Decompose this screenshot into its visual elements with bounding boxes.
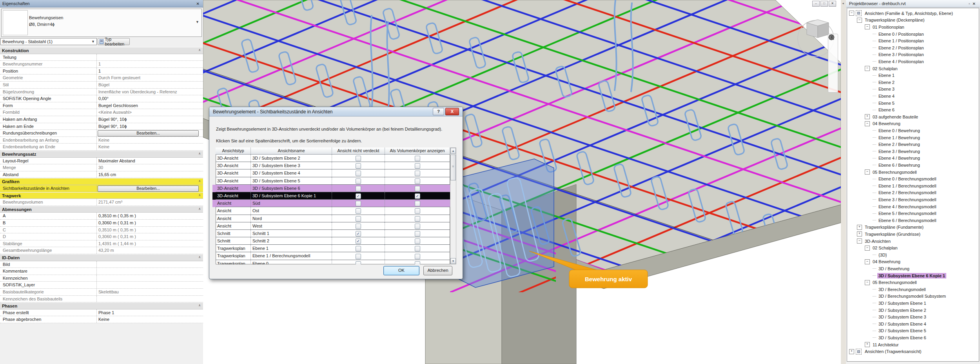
tree-item-label[interactable]: Ebene 6 / Bewehrung bbox=[877, 162, 921, 168]
checkbox-als-volumenkoerper[interactable] bbox=[415, 261, 420, 264]
tree-item-label[interactable]: 04 Bewehrung bbox=[871, 121, 902, 126]
chevron-down-icon[interactable] bbox=[828, 34, 835, 38]
tree-item[interactable]: Ebene 3 / Positionsplan bbox=[873, 51, 925, 58]
column-header-ansichtstyp[interactable]: Ansichtstyp bbox=[216, 147, 251, 154]
checkbox-als-volumenkoerper[interactable] bbox=[415, 163, 420, 169]
close-icon[interactable]: ✕ bbox=[829, 1, 836, 7]
tree-item-label[interactable]: Ebene 5 bbox=[877, 100, 896, 106]
collapse-icon[interactable]: ◄ bbox=[842, 2, 844, 5]
checkbox-ansicht-nicht-verdeckt[interactable] bbox=[356, 171, 361, 176]
checkbox-ansicht-nicht-verdeckt[interactable] bbox=[356, 208, 361, 214]
property-value[interactable]: Skelettbau bbox=[97, 289, 203, 295]
tree-item-label[interactable]: Ebene 4 bbox=[877, 93, 896, 99]
dialog-titlebar[interactable]: Bewehrungselement - Sichtbarkeitszuständ… bbox=[209, 107, 463, 116]
checkbox-ansicht-nicht-verdeckt[interactable]: ✓ bbox=[356, 231, 361, 237]
property-value[interactable] bbox=[97, 268, 203, 275]
tree-item[interactable]: Ebene 3 / Bewehrung bbox=[873, 148, 921, 155]
tree-item[interactable]: 3D / Subsystem Ebene 1 bbox=[873, 300, 927, 307]
tree-item-label[interactable]: Ebene 0 / Bewehrung bbox=[877, 128, 921, 133]
property-value[interactable]: 0,3510 m ( 0,35 m ) bbox=[97, 227, 203, 233]
tree-item[interactable]: −04 Bewehrung bbox=[865, 120, 902, 127]
property-value[interactable] bbox=[97, 275, 203, 282]
checkbox-als-volumenkoerper[interactable] bbox=[415, 224, 420, 229]
tree-item[interactable]: Ebene 6 bbox=[873, 106, 896, 113]
tree-item-label[interactable]: Ebene 4 / Bewehrung bbox=[877, 155, 921, 161]
cancel-button[interactable]: Abbrechen bbox=[423, 266, 452, 275]
tree-item-label[interactable]: 3D-Ansichten bbox=[864, 238, 892, 244]
collapse-chevron-icon[interactable]: ∧ bbox=[198, 48, 201, 54]
tree-item[interactable]: +Tragwerkspläne (Grundrisse) bbox=[857, 231, 922, 238]
checkbox-ansicht-nicht-verdeckt[interactable] bbox=[356, 186, 361, 191]
edit-button[interactable]: Bearbeiten... bbox=[98, 186, 199, 192]
collapse-box-icon[interactable]: − bbox=[865, 259, 870, 264]
tree-item[interactable]: Ebene 1 / Berechnungsmodell bbox=[873, 182, 937, 189]
tree-item[interactable]: Ebene 3 bbox=[873, 86, 896, 93]
tree-item-label[interactable]: 01 Positionsplan bbox=[871, 24, 906, 30]
instance-selector[interactable]: Bewehrung - Stabstahl (1) ▼ bbox=[0, 38, 97, 45]
tree-item[interactable]: Ebene 0 / Bewehrung bbox=[873, 127, 921, 134]
view-row[interactable]: AnsichtWest bbox=[216, 222, 450, 230]
tree-item[interactable]: Ebene 2 bbox=[873, 79, 896, 86]
tree-item[interactable]: Ebene 2 / Bewehrung bbox=[873, 141, 921, 148]
property-value[interactable] bbox=[97, 296, 203, 302]
tree-item-label[interactable]: Ebene 0 / Positionsplan bbox=[877, 31, 925, 37]
property-value[interactable]: 1,4391 m ( 1,44 m ) bbox=[97, 240, 203, 247]
property-group-header[interactable]: Abmessungen∧ bbox=[0, 206, 203, 213]
property-value[interactable]: Bearbeiten... bbox=[97, 185, 203, 192]
checkbox-ansicht-nicht-verdeckt[interactable] bbox=[356, 224, 361, 229]
property-value[interactable]: 1 bbox=[97, 68, 203, 75]
property-value[interactable]: Bearbeiten... bbox=[97, 130, 203, 136]
tree-item-label[interactable]: Ebene 2 / Bewehrung bbox=[877, 142, 921, 147]
view-row[interactable]: 3D-Ansicht3D / Subsystem Ebene 3 bbox=[216, 162, 450, 169]
collapse-box-icon[interactable]: − bbox=[865, 280, 870, 285]
collapse-box-icon[interactable]: − bbox=[865, 121, 870, 126]
tree-item[interactable]: 3D / Subsystem Ebene 6 Kopie 1 bbox=[873, 272, 946, 279]
property-value[interactable]: 0,3060 m ( 0,31 m ) bbox=[97, 233, 203, 240]
restore-icon[interactable]: ▫ bbox=[967, 2, 971, 6]
checkbox-ansicht-nicht-verdeckt[interactable] bbox=[356, 261, 361, 264]
expand-box-icon[interactable]: + bbox=[857, 225, 862, 230]
collapse-chevron-icon[interactable]: ∧ bbox=[198, 255, 201, 261]
tree-item[interactable]: Ebene 5 / Berechnungsmodell bbox=[873, 210, 937, 217]
tree-item[interactable]: Ebene 0 / Positionsplan bbox=[873, 31, 925, 38]
view-row[interactable]: 3D-Ansicht3D / Subsystem Ebene 2 bbox=[216, 155, 450, 162]
close-icon[interactable]: X bbox=[445, 108, 459, 115]
view-row[interactable]: TragwerksplanEbene 1 bbox=[216, 245, 450, 252]
checkbox-als-volumenkoerper[interactable] bbox=[415, 201, 420, 206]
edit-type-button[interactable]: Typ bearbeiten bbox=[98, 38, 130, 45]
view-row[interactable]: AnsichtSüd bbox=[216, 200, 450, 207]
property-value[interactable]: 30 bbox=[97, 164, 203, 171]
tree-item-label[interactable]: Ebene 2 / Berechnungsmodell bbox=[877, 190, 937, 195]
edit-button[interactable]: Bearbeiten... bbox=[98, 130, 199, 136]
property-value[interactable] bbox=[97, 54, 203, 61]
checkbox-ansicht-nicht-verdeckt[interactable] bbox=[356, 246, 361, 251]
view-row[interactable]: 3D-Ansicht3D / Subsystem Ebene 6 Kopie 1… bbox=[216, 192, 450, 200]
collapse-box-icon[interactable]: − bbox=[865, 246, 870, 251]
checkbox-ansicht-nicht-verdeckt[interactable] bbox=[356, 201, 361, 206]
property-group-header[interactable]: ID-Daten∧ bbox=[0, 254, 203, 261]
property-value[interactable]: <Keine Auswahl> bbox=[97, 109, 203, 116]
tree-item-label[interactable]: Ebene 1 / Berechnungsmodell bbox=[877, 183, 937, 189]
property-value[interactable] bbox=[97, 261, 203, 268]
property-value[interactable]: 0,00° bbox=[97, 95, 203, 102]
tree-item[interactable]: −Tragwerkspläne (Deckenpläne) bbox=[857, 17, 926, 24]
tree-item-label[interactable]: Ansichten (Familie & Typ, Ansichtstyp, E… bbox=[864, 11, 954, 16]
view-row[interactable]: SchnittSchnitt 1✓ bbox=[216, 230, 450, 237]
close-icon[interactable]: ✕ bbox=[195, 2, 201, 6]
property-value[interactable]: 0,3510 m ( 0,35 m ) bbox=[97, 213, 203, 219]
collapse-box-icon[interactable]: − bbox=[865, 24, 870, 29]
tree-item-label[interactable]: Ansichten (Tragwerksansicht) bbox=[864, 349, 922, 354]
view-row[interactable]: 3D-Ansicht3D / Subsystem Ebene 5 bbox=[216, 177, 450, 185]
expand-box-icon[interactable]: + bbox=[865, 342, 870, 347]
tree-item-label[interactable]: Ebene 3 bbox=[877, 86, 896, 92]
tree-item[interactable]: −04 Bewehrung bbox=[865, 258, 902, 266]
tree-item[interactable]: −02 Schalplan bbox=[865, 65, 899, 72]
tree-item[interactable]: +Tragwerkspläne (Fundamente) bbox=[857, 224, 925, 231]
property-value[interactable]: Innenfläche von Überdeckung - Referenz bbox=[97, 89, 203, 95]
checkbox-ansicht-nicht-verdeckt[interactable]: ✓ bbox=[356, 193, 361, 199]
property-group-header[interactable]: Phasen∧ bbox=[0, 302, 203, 309]
tree-item[interactable]: Ebene 1 / Bewehrung bbox=[873, 134, 921, 141]
tree-item-label[interactable]: 3D / Bewehrung bbox=[877, 266, 911, 271]
tree-item-label[interactable]: 11 Architektur bbox=[871, 342, 900, 348]
checkbox-als-volumenkoerper[interactable] bbox=[415, 246, 420, 251]
